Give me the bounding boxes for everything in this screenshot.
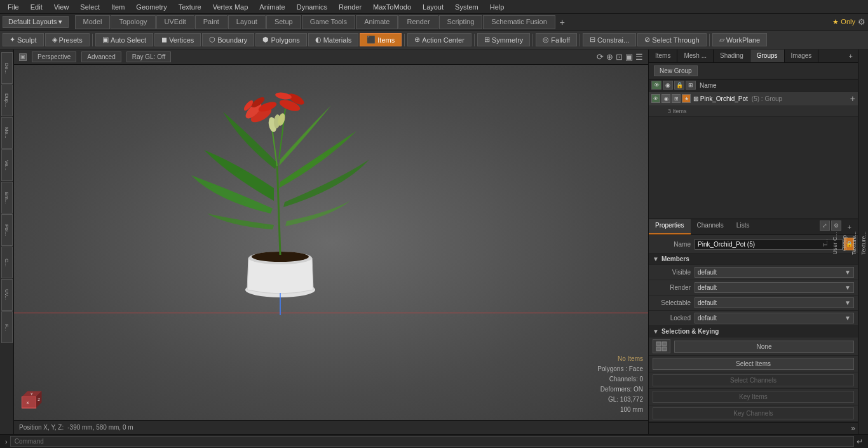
viewport-menu-icon[interactable]: ☰: [635, 52, 643, 62]
menu-geometry[interactable]: Geometry: [131, 2, 172, 12]
layout-tab-render[interactable]: Render: [398, 15, 438, 29]
viewport-fit-icon[interactable]: ⊡: [616, 52, 623, 62]
menu-select[interactable]: Select: [75, 2, 105, 12]
enter-icon[interactable]: ↵: [857, 437, 863, 446]
sel-key-arrow[interactable]: ▼: [653, 328, 659, 335]
symmetry-button[interactable]: ⊞ Symmetry: [477, 33, 531, 46]
visible-dropdown[interactable]: default ▼: [695, 267, 854, 278]
command-input[interactable]: [10, 436, 854, 447]
key-items-button[interactable]: Key Items: [653, 391, 854, 403]
rp-tab-groups[interactable]: Groups: [750, 50, 785, 62]
ray-gl-button[interactable]: Ray GL: Off: [126, 51, 172, 62]
group-extra2-icon[interactable]: ★: [682, 94, 691, 103]
edge-tab-group[interactable]: Group: [840, 231, 849, 255]
rp-tab-shading[interactable]: Shading: [714, 50, 750, 62]
layout-tab-topology[interactable]: Topology: [111, 15, 155, 29]
menu-maxtomodo[interactable]: MaxToModo: [368, 2, 416, 12]
group-extra-icon[interactable]: ⊞: [686, 81, 696, 90]
menu-texture[interactable]: Texture: [173, 2, 207, 12]
materials-button[interactable]: ◐ Materials: [308, 33, 359, 46]
sidebar-item-uv[interactable]: UV...: [1, 279, 13, 311]
action-center-button[interactable]: ⊕ Action Center: [407, 33, 471, 46]
layout-tab-model[interactable]: Model: [75, 15, 111, 29]
gear-icon[interactable]: ⚙: [858, 17, 865, 27]
render-dropdown[interactable]: default ▼: [695, 282, 854, 293]
items-button[interactable]: ⬛ Items: [360, 33, 402, 46]
auto-select-button[interactable]: ▣ Auto Select: [95, 33, 153, 46]
sculpt-button[interactable]: ✦ Sculpt: [3, 33, 44, 46]
select-through-button[interactable]: ⊘ Select Through: [637, 33, 706, 46]
members-arrow[interactable]: ▼: [653, 255, 659, 262]
menu-item[interactable]: Item: [106, 2, 130, 12]
layout-tab-layout[interactable]: Layout: [228, 15, 266, 29]
rp-tab-mesh[interactable]: Mesh ...: [677, 50, 714, 62]
vertices-button[interactable]: ◼ Vertices: [154, 33, 201, 46]
falloff-button[interactable]: ◎ Falloff: [536, 33, 577, 46]
group-render2-icon[interactable]: ◉: [661, 94, 670, 103]
menu-animate[interactable]: Animate: [254, 2, 290, 12]
layout-tab-paint[interactable]: Paint: [195, 15, 227, 29]
viewport-zoom-icon[interactable]: ⊕: [606, 52, 613, 62]
viewport[interactable]: No Items Polygons : Face Channels: 0 Def…: [14, 65, 648, 420]
edge-tab-texture1[interactable]: Texture...: [859, 227, 868, 259]
props-tab-lists[interactable]: Lists: [730, 219, 756, 234]
layout-add-button[interactable]: +: [556, 15, 569, 29]
menu-edit[interactable]: Edit: [25, 2, 48, 12]
scroll-right-icon[interactable]: »: [851, 424, 855, 433]
select-channels-button[interactable]: Select Channels: [653, 374, 854, 386]
perspective-button[interactable]: Perspective: [32, 51, 76, 62]
layout-tab-gametools[interactable]: Game Tools: [302, 15, 356, 29]
menu-file[interactable]: File: [3, 2, 24, 12]
advanced-button[interactable]: Advanced: [81, 51, 121, 62]
rp-tab-add[interactable]: +: [844, 50, 858, 62]
presets-button[interactable]: ◈ Presets: [45, 33, 90, 46]
sidebar-item-de[interactable]: De...: [1, 52, 13, 84]
none-button[interactable]: None: [674, 341, 854, 353]
select-items-button[interactable]: Select Items: [653, 358, 854, 370]
sidebar-item-me[interactable]: Me...: [1, 117, 13, 149]
work-plane-button[interactable]: ▱ WorkPlane: [712, 33, 768, 46]
polygons-button[interactable]: ⬢ Polygons: [255, 33, 306, 46]
layout-selector[interactable]: Default Layouts ▾: [3, 16, 69, 28]
props-tab-properties[interactable]: Properties: [649, 219, 691, 234]
layout-tab-schematic[interactable]: Schematic Fusion: [483, 15, 555, 29]
sidebar-item-dup[interactable]: Dup...: [1, 85, 13, 116]
group-render-icon[interactable]: ◉: [663, 81, 673, 90]
edge-tab-texture2[interactable]: Texture...: [850, 227, 858, 259]
selectable-dropdown[interactable]: default ▼: [695, 297, 854, 308]
group-eye-icon[interactable]: 👁: [651, 94, 660, 103]
group-vis-icon[interactable]: 👁: [651, 81, 661, 90]
sidebar-item-ve[interactable]: Ve...: [1, 149, 13, 181]
menu-vertex-map[interactable]: Vertex Map: [208, 2, 254, 12]
key-channels-button[interactable]: Key Channels: [653, 407, 854, 419]
boundary-button[interactable]: ⬡ Boundary: [202, 33, 254, 46]
menu-help[interactable]: Help: [485, 2, 510, 12]
group-lock2-icon[interactable]: ⊞: [672, 94, 681, 103]
layout-tab-setup[interactable]: Setup: [266, 15, 301, 29]
rp-tab-items[interactable]: Items: [649, 50, 677, 62]
layout-tab-animate[interactable]: Animate: [356, 15, 398, 29]
sidebar-item-f[interactable]: F...: [1, 311, 13, 343]
menu-view[interactable]: View: [49, 2, 74, 12]
locked-dropdown[interactable]: default ▼: [695, 313, 854, 323]
constraints-button[interactable]: ⊟ Constrai...: [583, 33, 636, 46]
viewport-view-icon[interactable]: ▣: [625, 52, 633, 62]
props-expand-icon[interactable]: ⤢: [820, 221, 830, 231]
props-tab-channels[interactable]: Channels: [691, 219, 730, 234]
group-lock-icon[interactable]: 🔒: [674, 81, 684, 90]
menu-render[interactable]: Render: [334, 2, 367, 12]
new-group-button[interactable]: New Group: [654, 65, 698, 76]
layout-tab-scripting[interactable]: Scripting: [439, 15, 483, 29]
layout-tab-uvedit[interactable]: UVEdit: [156, 15, 194, 29]
group-list-item[interactable]: 👁 ◉ ⊞ ★ ⊞ Pink_Orchid_Pot (5) : Group +: [649, 92, 858, 106]
group-add-item[interactable]: +: [850, 93, 855, 104]
menu-layout[interactable]: Layout: [417, 2, 449, 12]
sidebar-item-em[interactable]: Em...: [1, 182, 13, 214]
viewport-orbit-icon[interactable]: ⟳: [597, 52, 604, 62]
rp-tab-images[interactable]: Images: [785, 50, 819, 62]
sidebar-item-pol[interactable]: Pol...: [1, 214, 13, 246]
edge-tab-t[interactable]: T...: [821, 235, 830, 250]
edge-tab-user[interactable]: User C...: [831, 228, 839, 259]
menu-dynamics[interactable]: Dynamics: [292, 2, 332, 12]
viewport-toggle[interactable]: ▣: [19, 53, 27, 61]
